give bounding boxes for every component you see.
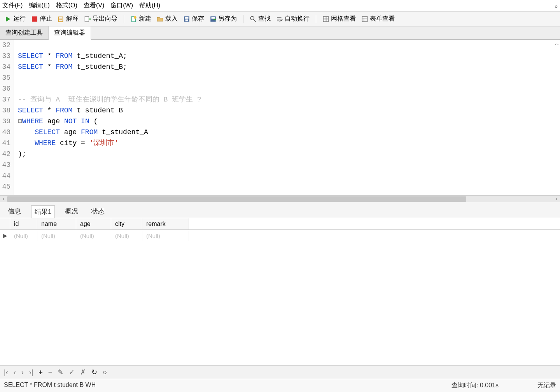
- explain-icon: [58, 16, 65, 23]
- tab-query-editor[interactable]: 查询编辑器: [49, 26, 91, 40]
- code-area[interactable]: SELECT * FROM t_student_A;SELECT * FROM …: [14, 40, 201, 195]
- cell-remark[interactable]: (Null): [142, 231, 189, 241]
- status-record-count: 无记录: [537, 382, 556, 390]
- grid-header-row: idnameagecityremark: [0, 218, 560, 230]
- toolbar-separator: [316, 15, 316, 23]
- status-query-preview: SELECT * FROM t student B WH: [4, 382, 452, 390]
- stop-icon: [31, 16, 38, 23]
- export-icon: [84, 16, 91, 23]
- tab-result1[interactable]: 结果1: [31, 205, 55, 218]
- menu-format[interactable]: 格式(O): [56, 2, 77, 10]
- nav-cancel-button[interactable]: ✗: [80, 368, 86, 376]
- editor-horizontal-scrollbar[interactable]: ‹ ›: [0, 195, 560, 202]
- column-header-name[interactable]: name: [37, 218, 76, 229]
- export-wizard-button[interactable]: 导出向导: [82, 14, 119, 24]
- folder-open-icon: [157, 16, 164, 23]
- line-number-gutter: 3233343536373839404142434445: [0, 40, 14, 195]
- svg-point-7: [134, 16, 136, 19]
- tab-profile[interactable]: 概况: [62, 205, 81, 218]
- save-as-icon: [210, 16, 217, 23]
- form-icon: [361, 16, 368, 23]
- nav-edit-button[interactable]: ✎: [58, 368, 63, 376]
- load-button[interactable]: 载入: [155, 14, 179, 24]
- grid-rowheader-corner: [0, 218, 10, 229]
- result-grid[interactable]: idnameagecityremark ▶ (Null)(Null)(Null)…: [0, 218, 560, 365]
- nav-refresh-button[interactable]: ↻: [91, 368, 97, 376]
- explain-button[interactable]: 解释: [56, 14, 80, 24]
- svg-rect-1: [32, 16, 37, 22]
- grid-data-row[interactable]: ▶ (Null)(Null)(Null)(Null)(Null): [0, 230, 560, 242]
- nav-add-button[interactable]: +: [38, 368, 43, 376]
- menu-view[interactable]: 查看(V): [84, 2, 104, 10]
- status-query-time: 查询时间: 0.001s: [452, 382, 499, 390]
- scroll-right-icon[interactable]: ›: [553, 196, 560, 203]
- save-icon: [183, 16, 190, 23]
- toolbar-separator: [243, 15, 243, 23]
- auto-wrap-button[interactable]: 自动换行: [275, 14, 311, 24]
- run-button[interactable]: 运行: [3, 14, 27, 24]
- status-bar: SELECT * FROM t student B WH 查询时间: 0.001…: [0, 379, 560, 392]
- nav-stop-button[interactable]: ○: [103, 368, 107, 376]
- nav-last-button[interactable]: ›|: [29, 368, 33, 376]
- search-icon: [250, 16, 257, 23]
- nav-post-button[interactable]: ✓: [69, 368, 75, 376]
- form-view-button[interactable]: 表单查看: [360, 14, 396, 24]
- menu-file[interactable]: 文件(F): [2, 2, 23, 10]
- sql-editor[interactable]: ︿ 3233343536373839404142434445 SELECT * …: [0, 40, 560, 195]
- save-button[interactable]: 保存: [182, 14, 206, 24]
- svg-rect-9: [185, 17, 189, 19]
- svg-marker-0: [6, 16, 10, 22]
- scroll-left-icon[interactable]: ‹: [0, 196, 7, 203]
- svg-rect-12: [212, 17, 215, 19]
- nav-next-button[interactable]: ›: [21, 368, 24, 376]
- editor-tabbar: 查询创建工具 查询编辑器: [0, 26, 560, 40]
- svg-rect-10: [186, 19, 188, 21]
- scroll-up-icon[interactable]: ︿: [555, 40, 559, 47]
- nav-prev-button[interactable]: ‹: [14, 368, 16, 376]
- tab-status[interactable]: 状态: [88, 205, 108, 218]
- stop-button[interactable]: 停止: [30, 14, 54, 24]
- grid-icon: [322, 16, 329, 23]
- menu-help[interactable]: 帮助(H): [139, 2, 160, 10]
- svg-rect-5: [85, 16, 89, 22]
- record-nav-toolbar: |‹ ‹ › ›| + − ✎ ✓ ✗ ↻ ○: [0, 365, 560, 379]
- grid-view-button[interactable]: 网格查看: [321, 14, 357, 24]
- result-tabbar: 信息 结果1 概况 状态: [0, 202, 560, 218]
- current-row-indicator-icon: ▶: [0, 232, 10, 239]
- toolbar-separator: [124, 15, 124, 23]
- column-header-age[interactable]: age: [76, 218, 111, 229]
- column-header-id[interactable]: id: [10, 218, 37, 229]
- wrap-icon: [276, 16, 283, 23]
- column-header-city[interactable]: city: [111, 218, 142, 229]
- svg-point-13: [250, 16, 254, 20]
- svg-rect-20: [362, 16, 368, 22]
- menu-edit[interactable]: 编辑(E): [29, 2, 49, 10]
- play-icon: [5, 16, 12, 23]
- main-toolbar: 运行 停止 解释 导出向导 新建 载入 保存 另存为 查找 自动换行 网格查看: [0, 12, 560, 26]
- column-header-remark[interactable]: remark: [142, 218, 189, 229]
- cell-age[interactable]: (Null): [76, 231, 111, 241]
- cell-name[interactable]: (Null): [37, 231, 76, 241]
- tab-info[interactable]: 信息: [5, 205, 24, 218]
- cell-city[interactable]: (Null): [111, 231, 142, 241]
- new-button[interactable]: 新建: [129, 14, 153, 24]
- save-as-button[interactable]: 另存为: [208, 14, 238, 24]
- menu-window[interactable]: 窗口(W): [110, 2, 133, 10]
- nav-first-button[interactable]: |‹: [4, 368, 8, 376]
- scrollbar-thumb[interactable]: [7, 196, 466, 202]
- menu-bar: 文件(F) 编辑(E) 格式(O) 查看(V) 窗口(W) 帮助(H): [0, 0, 560, 12]
- svg-line-14: [254, 19, 256, 22]
- cell-id[interactable]: (Null): [10, 231, 37, 241]
- toolbar-overflow-icon[interactable]: »: [555, 3, 558, 9]
- nav-delete-button[interactable]: −: [48, 368, 52, 376]
- svg-rect-15: [323, 16, 329, 22]
- find-button[interactable]: 查找: [248, 14, 272, 24]
- new-icon: [130, 16, 137, 23]
- tab-query-builder[interactable]: 查询创建工具: [0, 26, 49, 39]
